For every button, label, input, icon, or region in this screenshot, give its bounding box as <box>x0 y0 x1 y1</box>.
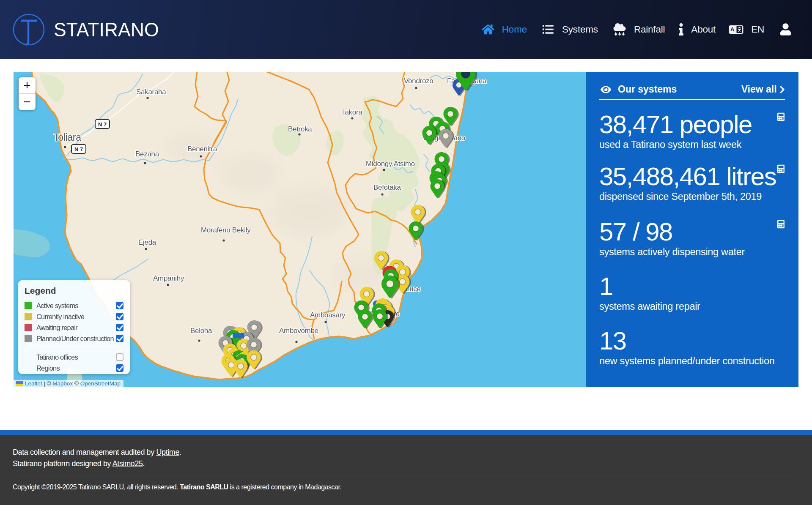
svg-text:A: A <box>730 26 735 33</box>
svg-text:Ejeda: Ejeda <box>138 238 156 246</box>
svg-text:Befotaka: Befotaka <box>373 183 401 191</box>
svg-text:Iakora: Iakora <box>343 108 362 116</box>
svg-text:N 7: N 7 <box>98 121 107 128</box>
svg-text:Vondrozo: Vondrozo <box>404 77 433 85</box>
svg-text:Midongy Atsimo: Midongy Atsimo <box>366 160 415 168</box>
svg-text:Betroka: Betroka <box>288 125 312 133</box>
svg-text:Ambovombe: Ambovombe <box>279 327 318 335</box>
svg-text:N 7: N 7 <box>74 146 83 153</box>
svg-text:Ampanihy: Ampanihy <box>153 274 184 282</box>
svg-text:Beloha: Beloha <box>190 327 212 335</box>
svg-text:Morafeno Bekily: Morafeno Bekily <box>201 226 251 234</box>
svg-text:Toliara: Toliara <box>53 132 81 143</box>
svg-text:Amboasary: Amboasary <box>310 311 346 319</box>
svg-text:Bezaha: Bezaha <box>135 150 159 158</box>
svg-text:Sakaraha: Sakaraha <box>136 88 166 96</box>
svg-text:Benenitra: Benenitra <box>187 145 217 153</box>
